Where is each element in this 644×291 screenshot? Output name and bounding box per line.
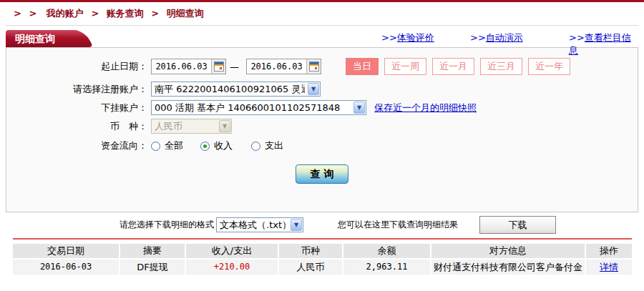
breadcrumb: > > 我的账户 > 账务查询 > 明细查询 <box>14 7 644 20</box>
section-header: 明细查询 >>体验评价 >>自动演示 >>查看栏目信息 <box>6 26 638 47</box>
download-button[interactable]: 下载 <box>479 216 556 234</box>
currency-value: 人民币 <box>155 120 216 133</box>
currency-label: 币 种： <box>6 120 147 133</box>
tab-detail-query[interactable]: 明细查询 <box>6 30 77 47</box>
table-row: 2016-06-03 DF提现 +210.00 人民币 2,963.11 财付通… <box>13 260 632 275</box>
breadcrumb-item-account-query[interactable]: 账务查询 <box>107 8 144 19</box>
query-button[interactable]: 查 询 <box>296 164 348 184</box>
results-table: 交易日期 摘要 收入/支出 币种 余额 对方信息 操作 2016-06-03 D… <box>13 244 632 275</box>
link-view-column-info[interactable]: >>查看栏目信息 <box>569 31 638 57</box>
registered-account-row: 请选择注册账户： 南平 6222001406100921065 灵通卡 ▼ <box>6 82 638 97</box>
sub-account-row: 下挂账户： 000 活期 基本户 1406600101102571848 ▼ 保… <box>6 100 638 115</box>
date-range-row: 起止日期： 2016.06.03 — 2016.06.03 当日 近一周 近一月… <box>6 58 638 75</box>
cell-action: 详情 <box>586 260 632 275</box>
download-format-select[interactable]: 文本格式（.txt） ▼ <box>216 217 303 232</box>
breadcrumb-prefix: > > <box>14 8 39 19</box>
flow-direction-label: 资金流向： <box>6 139 147 152</box>
breadcrumb-separator: > <box>151 8 159 19</box>
date-to-value: 2016.06.03 <box>247 61 306 71</box>
radio-expense[interactable] <box>251 142 260 151</box>
cell-balance: 2,963.11 <box>343 260 430 275</box>
cell-counterparty: 财付通支付科技有限公司客户备付金 <box>431 260 585 275</box>
query-form: 起止日期： 2016.06.03 — 2016.06.03 当日 近一周 近一月… <box>6 47 638 212</box>
detail-link[interactable]: 详情 <box>600 262 618 272</box>
date-from-calendar-button[interactable] <box>211 59 225 74</box>
cell-date: 2016-06-03 <box>13 260 119 275</box>
quick-range-3months-button[interactable]: 近三月 <box>480 58 522 75</box>
link-prefix: >> <box>381 32 397 43</box>
date-to-calendar-button[interactable] <box>306 59 321 74</box>
link-prefix: >> <box>569 32 585 43</box>
cell-amount: +210.00 <box>186 260 278 275</box>
chevron-down-icon: ▼ <box>291 219 302 231</box>
registered-account-value: 南平 6222001406100921065 灵通卡 <box>155 83 305 96</box>
tab-label: 明细查询 <box>15 33 55 44</box>
date-from-value: 2016.06.03 <box>152 61 211 71</box>
flow-direction-row: 资金流向： 全部 收入 支出 <box>6 139 638 152</box>
chevron-down-icon: ▼ <box>308 83 319 95</box>
calendar-icon <box>214 61 224 71</box>
download-format-value: 文本格式（.txt） <box>220 219 288 232</box>
radio-expense-label[interactable]: 支出 <box>265 139 283 152</box>
quick-range-year-button[interactable]: 近一年 <box>528 58 570 75</box>
chevron-down-icon: ▼ <box>353 102 365 114</box>
table-header-row: 交易日期 摘要 收入/支出 币种 余额 对方信息 操作 <box>13 244 632 258</box>
date-separator: — <box>230 61 239 72</box>
sub-account-label: 下挂账户： <box>6 102 147 114</box>
breadcrumb-separator: > <box>91 8 99 19</box>
radio-all-label[interactable]: 全部 <box>165 139 183 152</box>
download-row: 请您选择下载明细的格式 文本格式（.txt） ▼ 您可以在这里下载查询明细结果 … <box>0 216 644 234</box>
radio-income-label[interactable]: 收入 <box>214 139 233 152</box>
date-to-input[interactable]: 2016.06.03 <box>246 59 321 74</box>
registered-account-label: 请选择注册账户： <box>6 83 147 96</box>
header-summary: 摘要 <box>120 244 185 258</box>
sub-account-value: 000 活期 基本户 1406600101102571848 <box>155 102 351 114</box>
breadcrumb-item-my-account[interactable]: 我的账户 <box>47 8 84 19</box>
flow-direction-options: 全部 收入 支出 <box>151 139 283 152</box>
download-hint: 您可以在这里下载查询明细结果 <box>338 219 458 231</box>
tab-tail-decoration <box>62 30 94 47</box>
cell-currency: 人民币 <box>279 260 342 275</box>
save-snapshot-link[interactable]: 保存近一个月的明细快照 <box>374 102 477 114</box>
link-auto-demo[interactable]: >>自动演示 <box>470 31 523 44</box>
radio-income[interactable] <box>200 142 210 151</box>
currency-row: 币 种： 人民币 ▼ <box>6 119 638 134</box>
header-currency: 币种 <box>279 244 342 258</box>
date-from-input[interactable]: 2016.06.03 <box>151 59 226 74</box>
header-balance: 余额 <box>343 244 430 258</box>
header-amount: 收入/支出 <box>186 244 278 258</box>
cell-summary: DF提现 <box>120 260 185 275</box>
quick-range-today-button[interactable]: 当日 <box>346 58 379 75</box>
download-format-label: 请您选择下载明细的格式 <box>119 219 214 231</box>
header-action: 操作 <box>586 244 632 258</box>
top-accent-line <box>0 0 644 2</box>
radio-all[interactable] <box>151 142 160 151</box>
chevron-down-icon: ▼ <box>219 120 230 132</box>
link-experience-rating[interactable]: >>体验评价 <box>381 31 434 44</box>
link-prefix: >> <box>470 32 486 43</box>
table-top-divider <box>13 238 632 240</box>
date-range-label: 起止日期： <box>6 60 147 73</box>
quick-range-week-button[interactable]: 近一周 <box>384 58 426 75</box>
header-counterparty: 对方信息 <box>431 244 585 258</box>
calendar-icon <box>309 61 319 71</box>
sub-account-select[interactable]: 000 活期 基本户 1406600101102571848 ▼ <box>151 100 366 115</box>
breadcrumb-item-detail-query[interactable]: 明细查询 <box>167 8 204 19</box>
registered-account-select[interactable]: 南平 6222001406100921065 灵通卡 ▼ <box>151 82 321 97</box>
header-date: 交易日期 <box>13 244 119 258</box>
link-label: 体验评价 <box>397 32 434 43</box>
link-label: 自动演示 <box>486 32 523 43</box>
quick-range-month-button[interactable]: 近一月 <box>432 58 474 75</box>
currency-select: 人民币 ▼ <box>151 119 232 134</box>
page: > > 我的账户 > 账务查询 > 明细查询 明细查询 >>体验评价 >>自动演… <box>0 0 644 291</box>
